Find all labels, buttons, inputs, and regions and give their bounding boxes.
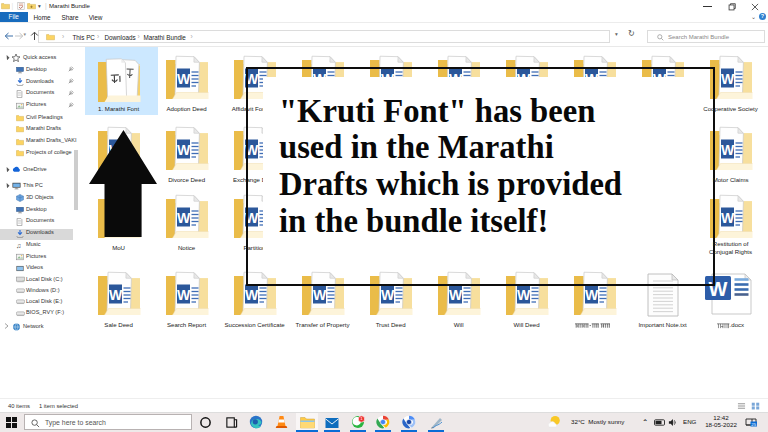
svg-text:W: W <box>380 286 394 302</box>
svg-text:W: W <box>176 210 190 226</box>
svg-text:W: W <box>584 286 598 302</box>
svg-text:W: W <box>244 286 258 302</box>
svg-text:W: W <box>176 141 190 157</box>
svg-text:W: W <box>176 286 190 302</box>
svg-text:W: W <box>108 286 122 302</box>
svg-text:W: W <box>720 71 734 87</box>
svg-text:W: W <box>448 286 462 302</box>
svg-text:W: W <box>720 141 734 157</box>
svg-text:W: W <box>720 210 734 226</box>
svg-text:25: 25 <box>751 422 756 427</box>
svg-text:W: W <box>516 286 530 302</box>
svg-text:W: W <box>312 286 326 302</box>
svg-text:W: W <box>176 71 190 87</box>
